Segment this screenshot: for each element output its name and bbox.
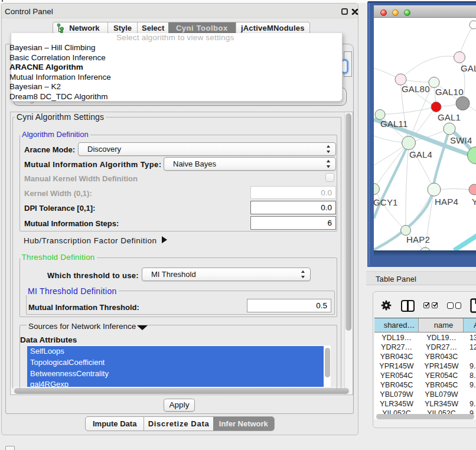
svg-text:GAL10: GAL10	[435, 87, 464, 97]
svg-text:GAL11: GAL11	[380, 119, 408, 129]
svg-text:GAL4: GAL4	[409, 149, 432, 159]
svg-text:GCY1: GCY1	[374, 197, 398, 207]
svg-text:GAL80: GAL80	[402, 84, 430, 94]
svg-text:HAP2: HAP2	[406, 234, 430, 244]
svg-text:Y: Y	[472, 197, 476, 207]
svg-text:SWI4: SWI4	[450, 135, 472, 145]
svg-text:GAL7: GAL7	[461, 63, 476, 73]
svg-text:HAP4: HAP4	[435, 197, 458, 207]
svg-text:GAL1: GAL1	[438, 112, 461, 122]
